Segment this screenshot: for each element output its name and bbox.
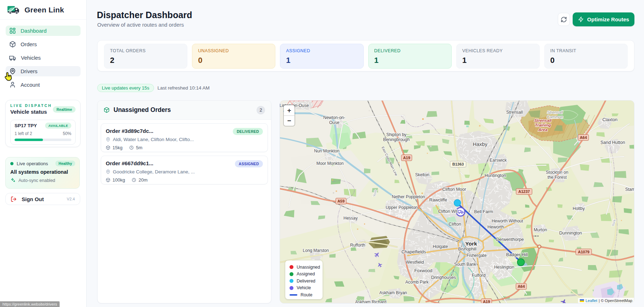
svg-text:Sand Hutton: Sand Hutton	[600, 140, 625, 145]
svg-text:Heworth: Heworth	[488, 225, 504, 230]
svg-text:Bell Farm: Bell Farm	[474, 209, 493, 214]
svg-text:Nun Monkton: Nun Monkton	[314, 149, 339, 154]
svg-text:Upper Poppleton: Upper Poppleton	[386, 205, 418, 210]
svg-text:Askham Richard: Askham Richard	[355, 300, 386, 303]
svg-text:Bishophill: Bishophill	[458, 247, 476, 252]
svg-text:A64: A64	[580, 135, 587, 140]
svg-text:Rufforth: Rufforth	[350, 243, 365, 248]
svg-text:A19: A19	[483, 300, 490, 303]
svg-text:Clifton Wit: Clifton Wit	[438, 209, 458, 214]
svg-text:Huntington: Huntington	[485, 173, 506, 178]
svg-text:Hessay: Hessay	[343, 216, 358, 221]
svg-text:Holgate: Holgate	[433, 244, 448, 249]
svg-text:Rawcliffe: Rawcliffe	[429, 198, 447, 203]
svg-text:Strensall: Strensall	[547, 110, 563, 114]
svg-text:Stockton on: Stockton on	[546, 170, 568, 175]
svg-text:Fishergate: Fishergate	[467, 253, 487, 258]
svg-text:A59: A59	[337, 199, 345, 203]
svg-text:Derwenthorpe: Derwenthorpe	[496, 237, 524, 242]
svg-text:Dringhouses: Dringhouses	[431, 275, 456, 280]
svg-text:Westfield: Westfield	[406, 260, 424, 265]
svg-text:Chapelfields: Chapelfields	[402, 249, 426, 254]
svg-text:Training: Training	[535, 123, 551, 127]
svg-text:Heworth Without: Heworth Without	[492, 219, 523, 223]
svg-text:Long Marston: Long Marston	[303, 248, 329, 253]
svg-text:Skelton: Skelton	[415, 172, 429, 177]
svg-text:Fulford: Fulford	[472, 273, 486, 278]
svg-text:Dunnington: Dunnington	[559, 231, 582, 236]
svg-text:Ouse: Ouse	[329, 120, 340, 125]
svg-text:Newton-on-: Newton-on-	[323, 115, 345, 120]
svg-text:Strensall: Strensall	[506, 110, 523, 115]
svg-text:Heslington: Heslington	[494, 265, 514, 270]
svg-text:A19: A19	[403, 156, 410, 160]
svg-text:Beningbrough: Beningbrough	[383, 137, 410, 142]
svg-text:Moor Monkton: Moor Monkton	[317, 161, 344, 166]
svg-text:Murton: Murton	[534, 227, 547, 232]
svg-text:Shipton by: Shipton by	[386, 132, 407, 137]
svg-text:A1237: A1237	[518, 189, 530, 194]
svg-text:Nether Poppleton: Nether Poppleton	[392, 194, 425, 199]
svg-text:Foxwood: Foxwood	[414, 268, 433, 273]
svg-text:York: York	[465, 241, 477, 247]
svg-text:South Bank: South Bank	[454, 262, 477, 267]
svg-text:Clifton Moor: Clifton Moor	[442, 187, 466, 192]
svg-text:Earswick: Earswick	[490, 158, 507, 163]
svg-text:B1363: B1363	[452, 162, 464, 166]
svg-text:A64: A64	[518, 284, 525, 289]
svg-text:the Forest: the Forest	[547, 175, 567, 180]
svg-text:Strensall: Strensall	[534, 118, 552, 123]
svg-text:Badger Hill: Badger Hill	[506, 252, 528, 257]
svg-text:Acomb Park: Acomb Park	[405, 280, 429, 285]
svg-text:Area: Area	[538, 128, 547, 132]
svg-text:Clifton: Clifton	[448, 222, 461, 227]
svg-text:Claxton: Claxton	[602, 117, 617, 122]
svg-text:Holtby: Holtby	[573, 206, 585, 211]
svg-text:Askham Bryan: Askham Bryan	[379, 290, 407, 295]
svg-text:A1079: A1079	[578, 250, 589, 254]
svg-text:Stamfo: Stamfo	[625, 187, 634, 192]
svg-text:Haxby: Haxby	[473, 141, 488, 147]
